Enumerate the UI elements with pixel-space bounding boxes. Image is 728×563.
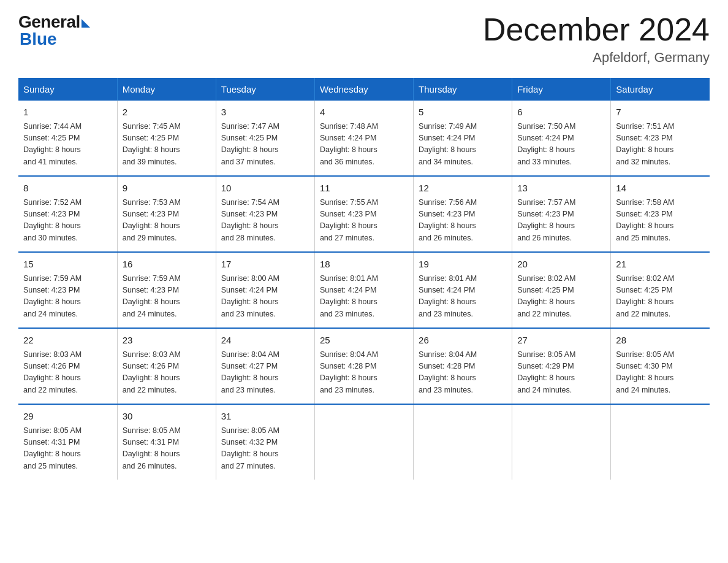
logo-blue-text: Blue bbox=[20, 29, 57, 49]
day-cell-22: 22Sunrise: 8:03 AMSunset: 4:26 PMDayligh… bbox=[18, 328, 117, 404]
header-day-tuesday: Tuesday bbox=[216, 78, 314, 101]
day-cell-23: 23Sunrise: 8:03 AMSunset: 4:26 PMDayligh… bbox=[117, 328, 216, 404]
day-info: Sunrise: 7:58 AMSunset: 4:23 PMDaylight:… bbox=[616, 197, 705, 245]
day-cell-17: 17Sunrise: 8:00 AMSunset: 4:24 PMDayligh… bbox=[216, 252, 314, 328]
day-number: 25 bbox=[320, 334, 408, 348]
day-info: Sunrise: 8:05 AMSunset: 4:32 PMDaylight:… bbox=[221, 425, 309, 473]
day-info: Sunrise: 8:03 AMSunset: 4:26 PMDaylight:… bbox=[23, 349, 112, 397]
day-info: Sunrise: 7:51 AMSunset: 4:23 PMDaylight:… bbox=[616, 121, 705, 169]
day-number: 2 bbox=[123, 105, 211, 120]
day-info: Sunrise: 8:05 AMSunset: 4:31 PMDaylight:… bbox=[123, 425, 211, 473]
day-number: 7 bbox=[616, 105, 705, 120]
day-number: 23 bbox=[123, 334, 211, 348]
empty-cell bbox=[611, 404, 710, 480]
day-number: 1 bbox=[23, 105, 112, 120]
header-day-thursday: Thursday bbox=[414, 78, 512, 101]
day-cell-11: 11Sunrise: 7:55 AMSunset: 4:23 PMDayligh… bbox=[314, 176, 413, 252]
day-number: 26 bbox=[419, 334, 507, 348]
day-cell-19: 19Sunrise: 8:01 AMSunset: 4:24 PMDayligh… bbox=[414, 252, 512, 328]
day-number: 18 bbox=[320, 258, 408, 272]
day-cell-14: 14Sunrise: 7:58 AMSunset: 4:23 PMDayligh… bbox=[611, 176, 710, 252]
day-number: 6 bbox=[517, 105, 605, 120]
day-number: 22 bbox=[23, 334, 112, 348]
subtitle: Apfeldorf, Germany bbox=[483, 50, 710, 66]
day-cell-8: 8Sunrise: 7:52 AMSunset: 4:23 PMDaylight… bbox=[18, 176, 117, 252]
day-info: Sunrise: 7:45 AMSunset: 4:25 PMDaylight:… bbox=[123, 121, 211, 169]
day-number: 11 bbox=[320, 182, 408, 196]
day-number: 20 bbox=[517, 258, 605, 272]
week-row-4: 22Sunrise: 8:03 AMSunset: 4:26 PMDayligh… bbox=[18, 328, 710, 404]
day-cell-31: 31Sunrise: 8:05 AMSunset: 4:32 PMDayligh… bbox=[216, 404, 314, 480]
day-info: Sunrise: 8:04 AMSunset: 4:28 PMDaylight:… bbox=[419, 349, 507, 397]
calendar-table: SundayMondayTuesdayWednesdayThursdayFrid… bbox=[18, 78, 710, 480]
week-row-5: 29Sunrise: 8:05 AMSunset: 4:31 PMDayligh… bbox=[18, 404, 710, 480]
day-info: Sunrise: 8:01 AMSunset: 4:24 PMDaylight:… bbox=[419, 273, 507, 321]
day-cell-30: 30Sunrise: 8:05 AMSunset: 4:31 PMDayligh… bbox=[117, 404, 216, 480]
empty-cell bbox=[314, 404, 413, 480]
day-info: Sunrise: 7:44 AMSunset: 4:25 PMDaylight:… bbox=[23, 121, 112, 169]
day-number: 28 bbox=[616, 334, 705, 348]
day-cell-6: 6Sunrise: 7:50 AMSunset: 4:24 PMDaylight… bbox=[512, 101, 611, 176]
day-info: Sunrise: 8:00 AMSunset: 4:24 PMDaylight:… bbox=[221, 273, 309, 321]
day-info: Sunrise: 8:02 AMSunset: 4:25 PMDaylight:… bbox=[517, 273, 605, 321]
header-day-friday: Friday bbox=[512, 78, 611, 101]
header-day-wednesday: Wednesday bbox=[314, 78, 413, 101]
day-number: 29 bbox=[23, 410, 112, 424]
day-cell-15: 15Sunrise: 7:59 AMSunset: 4:23 PMDayligh… bbox=[18, 252, 117, 328]
day-cell-5: 5Sunrise: 7:49 AMSunset: 4:24 PMDaylight… bbox=[414, 101, 512, 176]
calendar-header-row: SundayMondayTuesdayWednesdayThursdayFrid… bbox=[18, 78, 710, 101]
day-info: Sunrise: 8:01 AMSunset: 4:24 PMDaylight:… bbox=[320, 273, 408, 321]
day-cell-13: 13Sunrise: 7:57 AMSunset: 4:23 PMDayligh… bbox=[512, 176, 611, 252]
day-cell-18: 18Sunrise: 8:01 AMSunset: 4:24 PMDayligh… bbox=[314, 252, 413, 328]
day-number: 31 bbox=[221, 410, 309, 424]
day-info: Sunrise: 8:05 AMSunset: 4:30 PMDaylight:… bbox=[616, 349, 705, 397]
logo: General Blue bbox=[18, 12, 90, 49]
day-number: 17 bbox=[221, 258, 309, 272]
day-cell-16: 16Sunrise: 7:59 AMSunset: 4:23 PMDayligh… bbox=[117, 252, 216, 328]
week-row-3: 15Sunrise: 7:59 AMSunset: 4:23 PMDayligh… bbox=[18, 252, 710, 328]
day-number: 21 bbox=[616, 258, 705, 272]
day-number: 5 bbox=[419, 105, 507, 120]
day-number: 4 bbox=[320, 105, 408, 120]
day-number: 16 bbox=[123, 258, 211, 272]
day-cell-7: 7Sunrise: 7:51 AMSunset: 4:23 PMDaylight… bbox=[611, 101, 710, 176]
day-number: 15 bbox=[23, 258, 112, 272]
empty-cell bbox=[512, 404, 611, 480]
day-number: 14 bbox=[616, 182, 705, 196]
day-number: 9 bbox=[123, 182, 211, 196]
day-number: 24 bbox=[221, 334, 309, 348]
day-cell-2: 2Sunrise: 7:45 AMSunset: 4:25 PMDaylight… bbox=[117, 101, 216, 176]
day-info: Sunrise: 7:52 AMSunset: 4:23 PMDaylight:… bbox=[23, 197, 112, 245]
empty-cell bbox=[414, 404, 512, 480]
day-info: Sunrise: 7:53 AMSunset: 4:23 PMDaylight:… bbox=[123, 197, 211, 245]
header-day-monday: Monday bbox=[117, 78, 216, 101]
day-number: 3 bbox=[221, 105, 309, 120]
day-info: Sunrise: 7:50 AMSunset: 4:24 PMDaylight:… bbox=[517, 121, 605, 169]
day-number: 10 bbox=[221, 182, 309, 196]
week-row-1: 1Sunrise: 7:44 AMSunset: 4:25 PMDaylight… bbox=[18, 101, 710, 176]
day-number: 19 bbox=[419, 258, 507, 272]
main-title: December 2024 bbox=[483, 12, 710, 47]
page-header: General Blue December 2024 Apfeldorf, Ge… bbox=[18, 12, 710, 66]
day-info: Sunrise: 7:56 AMSunset: 4:23 PMDaylight:… bbox=[419, 197, 507, 245]
title-block: December 2024 Apfeldorf, Germany bbox=[483, 12, 710, 66]
day-number: 8 bbox=[23, 182, 112, 196]
day-cell-9: 9Sunrise: 7:53 AMSunset: 4:23 PMDaylight… bbox=[117, 176, 216, 252]
day-info: Sunrise: 7:59 AMSunset: 4:23 PMDaylight:… bbox=[123, 273, 211, 321]
day-number: 30 bbox=[123, 410, 211, 424]
day-cell-25: 25Sunrise: 8:04 AMSunset: 4:28 PMDayligh… bbox=[314, 328, 413, 404]
day-info: Sunrise: 7:48 AMSunset: 4:24 PMDaylight:… bbox=[320, 121, 408, 169]
day-info: Sunrise: 8:02 AMSunset: 4:25 PMDaylight:… bbox=[616, 273, 705, 321]
day-info: Sunrise: 8:05 AMSunset: 4:29 PMDaylight:… bbox=[517, 349, 605, 397]
day-cell-10: 10Sunrise: 7:54 AMSunset: 4:23 PMDayligh… bbox=[216, 176, 314, 252]
day-info: Sunrise: 7:55 AMSunset: 4:23 PMDaylight:… bbox=[320, 197, 408, 245]
day-info: Sunrise: 8:04 AMSunset: 4:27 PMDaylight:… bbox=[221, 349, 309, 397]
day-info: Sunrise: 8:05 AMSunset: 4:31 PMDaylight:… bbox=[23, 425, 112, 473]
day-info: Sunrise: 7:47 AMSunset: 4:25 PMDaylight:… bbox=[221, 121, 309, 169]
day-cell-21: 21Sunrise: 8:02 AMSunset: 4:25 PMDayligh… bbox=[611, 252, 710, 328]
day-info: Sunrise: 7:54 AMSunset: 4:23 PMDaylight:… bbox=[221, 197, 309, 245]
day-info: Sunrise: 8:04 AMSunset: 4:28 PMDaylight:… bbox=[320, 349, 408, 397]
logo-arrow-icon bbox=[82, 19, 90, 28]
day-cell-1: 1Sunrise: 7:44 AMSunset: 4:25 PMDaylight… bbox=[18, 101, 117, 176]
day-cell-3: 3Sunrise: 7:47 AMSunset: 4:25 PMDaylight… bbox=[216, 101, 314, 176]
